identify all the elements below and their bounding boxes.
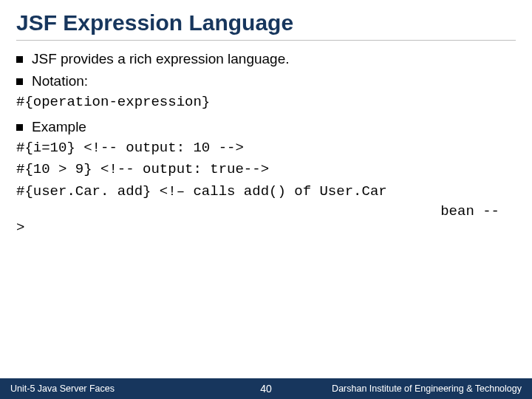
bullet-text: Notation: bbox=[32, 73, 88, 89]
code-notation: #{operation-expression} bbox=[16, 92, 516, 113]
code-example-3: #{user.Car. add} <!– calls add() of User… bbox=[16, 182, 516, 202]
bullet-text: JSF provides a rich expression language. bbox=[32, 51, 290, 67]
bullet-square-icon bbox=[16, 78, 23, 85]
bullet-text: Example bbox=[32, 119, 86, 135]
bullet-item: JSF provides a rich expression language. bbox=[16, 51, 516, 67]
code-closing-bracket: > bbox=[16, 219, 516, 236]
code-example-1: #{i=10} <!-- output: 10 --> bbox=[16, 138, 516, 159]
bullet-square-icon bbox=[16, 56, 23, 63]
footer-unit: Unit-5 Java Server Faces bbox=[0, 383, 248, 394]
bullet-square-icon bbox=[16, 124, 23, 131]
bullet-item: Example bbox=[16, 119, 516, 135]
slide-footer: Unit-5 Java Server Faces 40 Darshan Inst… bbox=[0, 378, 532, 399]
code-example-3-cont: bean -- bbox=[16, 203, 516, 219]
bullet-item: Notation: bbox=[16, 73, 516, 89]
footer-institute: Darshan Institute of Engineering & Techn… bbox=[284, 383, 532, 394]
code-example-2: #{10 > 9} <!-- output: true--> bbox=[16, 160, 516, 180]
slide-title: JSF Expression Language bbox=[16, 10, 516, 41]
footer-page-number: 40 bbox=[248, 383, 284, 395]
